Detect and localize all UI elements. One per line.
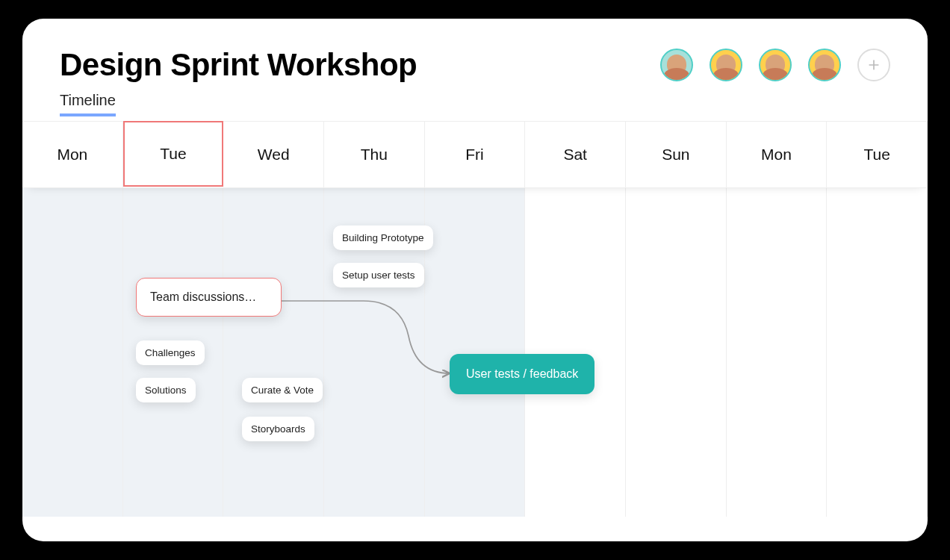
card-team-discussions[interactable]: Team discussions…	[136, 278, 282, 317]
plus-icon	[866, 57, 881, 72]
header: Design Sprint Workshop	[22, 19, 928, 83]
day-header-sun[interactable]: Sun	[626, 122, 727, 187]
day-header-wed[interactable]: Wed	[223, 122, 324, 187]
day-column	[223, 188, 324, 517]
timeline-day-header: Mon Tue Wed Thu Fri Sat Sun Mon Tue	[22, 121, 928, 188]
day-column	[626, 188, 727, 517]
day-header-thu[interactable]: Thu	[324, 122, 425, 187]
avatar[interactable]	[710, 49, 742, 81]
day-column	[827, 188, 928, 517]
card-setup-user-tests[interactable]: Setup user tests	[333, 263, 424, 287]
tab-timeline[interactable]: Timeline	[60, 92, 116, 116]
card-curate-vote[interactable]: Curate & Vote	[242, 378, 323, 402]
add-user-button[interactable]	[857, 49, 890, 81]
avatar-list	[660, 49, 890, 81]
card-building-prototype[interactable]: Building Prototype	[333, 225, 433, 250]
tabs: Timeline	[22, 83, 928, 116]
day-column	[525, 188, 626, 517]
day-header-sat[interactable]: Sat	[525, 122, 626, 187]
avatar[interactable]	[808, 49, 841, 81]
avatar[interactable]	[759, 49, 792, 81]
day-header-fri[interactable]: Fri	[425, 122, 526, 187]
timeline-body[interactable]: Team discussions… Challenges Solutions C…	[22, 188, 928, 517]
avatar[interactable]	[660, 49, 693, 81]
card-user-tests-feedback[interactable]: User tests / feedback	[450, 354, 594, 394]
day-header-mon[interactable]: Mon	[22, 122, 123, 187]
day-header-tue2[interactable]: Tue	[827, 122, 928, 187]
day-header-mon2[interactable]: Mon	[727, 122, 828, 187]
app-window: Design Sprint Workshop Timeline Mon Tue …	[22, 19, 928, 541]
card-challenges[interactable]: Challenges	[136, 340, 205, 365]
day-column	[22, 188, 123, 517]
day-column	[425, 188, 526, 517]
day-header-tue-current[interactable]: Tue	[123, 121, 224, 187]
card-solutions[interactable]: Solutions	[136, 378, 196, 402]
card-storyboards[interactable]: Storyboards	[242, 417, 314, 441]
day-column	[727, 188, 828, 517]
page-title: Design Sprint Workshop	[60, 47, 417, 83]
